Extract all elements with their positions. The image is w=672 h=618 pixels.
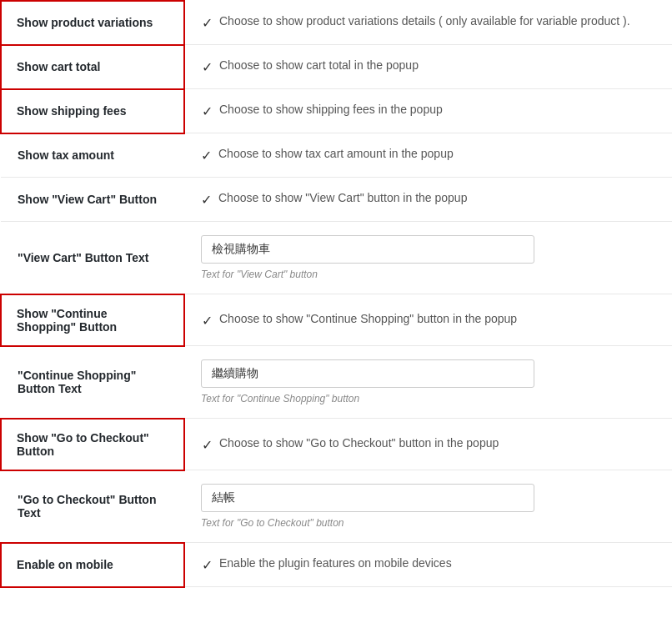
- settings-row-show-cart-total: Show cart total✓Choose to show cart tota…: [1, 45, 672, 89]
- settings-row-continue-shopping-button-text: "Continue Shopping" Button TextText for …: [1, 346, 672, 419]
- settings-row-show-view-cart-button: Show "View Cart" Button✓Choose to show "…: [1, 178, 672, 222]
- setting-value-show-view-cart-button: ✓Choose to show "View Cart" button in th…: [184, 178, 672, 222]
- settings-row-show-go-to-checkout-button: Show "Go to Checkout" Button✓Choose to s…: [1, 419, 672, 470]
- description-show-tax-amount: Choose to show tax cart amount in the po…: [218, 147, 454, 160]
- setting-value-show-shipping-fees: ✓Choose to show shipping fees in the pop…: [184, 89, 672, 133]
- checkbox-show-view-cart-button[interactable]: ✓: [201, 192, 212, 208]
- description-show-view-cart-button: Choose to show "View Cart" button in the…: [218, 191, 467, 204]
- setting-label-show-product-variations: Show product variations: [1, 1, 184, 45]
- checkbox-show-continue-shopping-button[interactable]: ✓: [202, 313, 213, 329]
- setting-label-show-go-to-checkout-button: Show "Go to Checkout" Button: [1, 419, 184, 470]
- setting-label-show-tax-amount: Show tax amount: [1, 133, 184, 178]
- settings-row-show-shipping-fees: Show shipping fees✓Choose to show shippi…: [1, 89, 672, 133]
- checkbox-show-product-variations[interactable]: ✓: [202, 15, 213, 31]
- setting-value-show-continue-shopping-button: ✓Choose to show "Continue Shopping" butt…: [184, 294, 672, 346]
- setting-value-enable-on-mobile: ✓Enable the plugin features on mobile de…: [184, 543, 672, 587]
- input-go-to-checkout-button-text[interactable]: [201, 484, 534, 512]
- setting-value-show-go-to-checkout-button: ✓Choose to show "Go to Checkout" button …: [184, 419, 672, 470]
- description-show-cart-total: Choose to show cart total in the popup: [219, 58, 419, 72]
- setting-label-show-cart-total: Show cart total: [1, 45, 184, 89]
- setting-label-continue-shopping-button-text: "Continue Shopping" Button Text: [1, 346, 184, 419]
- setting-label-enable-on-mobile: Enable on mobile: [1, 543, 184, 587]
- description-enable-on-mobile: Enable the plugin features on mobile dev…: [219, 556, 452, 570]
- checkbox-enable-on-mobile[interactable]: ✓: [202, 557, 213, 573]
- description-show-product-variations: Choose to show product variations detail…: [219, 14, 630, 28]
- setting-value-show-product-variations: ✓Choose to show product variations detai…: [184, 1, 672, 45]
- setting-label-view-cart-button-text: "View Cart" Button Text: [1, 222, 184, 294]
- input-view-cart-button-text[interactable]: [201, 235, 534, 264]
- setting-value-go-to-checkout-button-text[interactable]: Text for "Go to Checkout" button: [184, 470, 672, 543]
- settings-row-show-continue-shopping-button: Show "Continue Shopping" Button✓Choose t…: [1, 294, 672, 346]
- checkbox-show-cart-total[interactable]: ✓: [202, 59, 213, 75]
- checkbox-show-tax-amount[interactable]: ✓: [201, 148, 212, 163]
- settings-row-view-cart-button-text: "View Cart" Button TextText for "View Ca…: [1, 222, 672, 294]
- setting-label-show-continue-shopping-button: Show "Continue Shopping" Button: [1, 294, 184, 346]
- description-show-continue-shopping-button: Choose to show "Continue Shopping" butto…: [219, 312, 517, 325]
- setting-label-show-shipping-fees: Show shipping fees: [1, 89, 184, 133]
- setting-value-show-tax-amount: ✓Choose to show tax cart amount in the p…: [184, 133, 672, 178]
- settings-row-enable-on-mobile: Enable on mobile✓Enable the plugin featu…: [1, 543, 672, 587]
- checkbox-show-shipping-fees[interactable]: ✓: [202, 103, 213, 119]
- description-show-go-to-checkout-button: Choose to show "Go to Checkout" button i…: [219, 436, 499, 450]
- settings-row-show-tax-amount: Show tax amount✓Choose to show tax cart …: [1, 133, 672, 178]
- hint-continue-shopping-button-text: Text for "Continue Shopping" button: [201, 393, 655, 404]
- hint-view-cart-button-text: Text for "View Cart" button: [201, 269, 655, 280]
- settings-row-show-product-variations: Show product variations✓Choose to show p…: [1, 1, 672, 45]
- setting-value-show-cart-total: ✓Choose to show cart total in the popup: [184, 45, 672, 89]
- setting-value-continue-shopping-button-text[interactable]: Text for "Continue Shopping" button: [184, 346, 672, 419]
- setting-label-go-to-checkout-button-text: "Go to Checkout" Button Text: [1, 470, 184, 543]
- input-continue-shopping-button-text[interactable]: [201, 359, 534, 388]
- setting-value-view-cart-button-text[interactable]: Text for "View Cart" button: [184, 222, 672, 294]
- settings-row-go-to-checkout-button-text: "Go to Checkout" Button TextText for "Go…: [1, 470, 672, 543]
- description-show-shipping-fees: Choose to show shipping fees in the popu…: [219, 103, 443, 116]
- setting-label-show-view-cart-button: Show "View Cart" Button: [1, 178, 184, 222]
- hint-go-to-checkout-button-text: Text for "Go to Checkout" button: [201, 517, 655, 529]
- settings-table: Show product variations✓Choose to show p…: [0, 0, 672, 588]
- checkbox-show-go-to-checkout-button[interactable]: ✓: [202, 437, 213, 453]
